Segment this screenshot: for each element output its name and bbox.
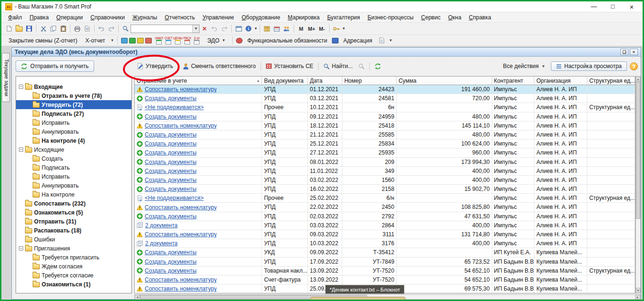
menu-item[interactable]: Операции [52, 13, 87, 22]
send-receive-button[interactable]: Отправить и получить [16, 60, 94, 72]
table-row[interactable]: <Не поддерживается>Прочее25.02.20226/нИм… [135, 194, 635, 203]
action-link[interactable]: 2 документа [145, 239, 178, 248]
tree-item[interactable]: Отправить (31) [16, 217, 131, 226]
trade-mini-icon[interactable]: СЧЕТ [164, 36, 173, 44]
open-file-icon[interactable] [14, 24, 24, 34]
table-row[interactable]: Создать документыУПД21.12.202125585480,0… [135, 130, 635, 139]
table-row[interactable]: Создать документыУПД03.12.202124581720,0… [135, 94, 635, 103]
clear-find-button[interactable] [356, 62, 367, 70]
action-link[interactable]: Создать документы [145, 112, 197, 121]
notepad-window-title[interactable]: *Денвик контакт.txt – Блокнот [325, 285, 404, 294]
tree-item[interactable]: Подписать (27) [16, 109, 131, 118]
action-link[interactable]: Сопоставить номенклатуру [145, 85, 217, 94]
combo-dropdown-icon[interactable]: ▼ [192, 25, 199, 33]
paste-icon[interactable] [58, 24, 68, 34]
table-row[interactable]: Создать документыУПД02.03.2022279247 631… [135, 212, 635, 221]
addressing-button[interactable]: Адресация [340, 36, 375, 45]
set-unit-button[interactable]: Установить СЕ [263, 62, 316, 70]
scroll-down-icon[interactable]: ▼ [636, 288, 640, 293]
copy-icon[interactable] [48, 24, 58, 34]
key-icon[interactable] [331, 24, 341, 34]
dropdown-arrow-icon[interactable]: ▼ [254, 26, 258, 31]
menu-item[interactable]: Оборудование [238, 13, 284, 22]
save-icon[interactable] [24, 24, 34, 34]
column-header[interactable]: Дата [308, 77, 342, 85]
menu-item[interactable]: Сервис [418, 13, 444, 22]
table-row[interactable]: Сопоставить номенклатуруУПД01.12.2021244… [135, 85, 635, 94]
tree-item[interactable]: Ознакомиться (1) [16, 280, 131, 289]
table-row[interactable]: Создать документыТоварная накл...13.09.2… [135, 267, 635, 275]
action-link[interactable]: Сопоставить номенклатуру [145, 203, 217, 212]
find-button[interactable]: Найти... [321, 62, 356, 70]
close-button[interactable]: × [628, 3, 635, 11]
menu-item[interactable]: Окна [444, 13, 465, 22]
users-icon[interactable] [282, 24, 292, 34]
scrollbar-thumb[interactable] [636, 82, 640, 219]
tree-item[interactable]: Исправить [16, 118, 131, 127]
table-row[interactable]: Создать документыУПД27.12.202125935960,0… [135, 148, 635, 157]
table-row[interactable]: Создать документыУПД11.01.2022349400,00И… [135, 167, 635, 176]
quick-search-combo[interactable]: ▼ [131, 25, 200, 33]
table-row[interactable]: Сопоставить номенклатуруУПД18.12.2021254… [135, 121, 635, 130]
tree-item[interactable]: Требуется пригласить [16, 253, 131, 262]
search-prev-icon[interactable] [209, 24, 219, 34]
collapse-icon[interactable]: − [19, 246, 23, 250]
action-link[interactable]: Создать документы [145, 248, 197, 257]
tree-item[interactable]: На контроле [16, 190, 131, 199]
column-header[interactable]: Номер [342, 77, 397, 85]
table-row[interactable]: Создать документыУКД09.09.2022Т-35412ИП … [135, 248, 635, 257]
tree-item[interactable]: Распаковать (18) [16, 226, 131, 235]
action-link[interactable]: Создать документы [145, 94, 197, 103]
dropdown-arrow-icon[interactable]: ▼ [389, 38, 392, 43]
all-actions-button[interactable]: Все действия ▼ [500, 62, 548, 70]
table-row[interactable]: Сопоставить номенклатуруУПД22.02.2022245… [135, 203, 635, 212]
table-row[interactable]: Создать документыУПД25.12.202125834100 6… [135, 139, 635, 148]
calendar-icon[interactable] [272, 24, 282, 34]
scales-icon[interactable] [137, 38, 144, 43]
menu-item[interactable]: Справка [465, 13, 495, 22]
tree-item[interactable]: Требуется согласие [16, 271, 131, 280]
minimize-button[interactable]: — [591, 3, 597, 11]
action-link[interactable]: Создать документы [145, 176, 197, 184]
table-row[interactable]: Сопоставить номенклатуруСчет-фактура13.0… [135, 275, 635, 284]
memory-button[interactable]: M [296, 24, 306, 34]
table-row[interactable]: Создать документыУПД17.09.2022УТ-784965 … [135, 258, 635, 267]
tree-item[interactable]: Подписать [16, 163, 131, 172]
table-row[interactable]: <Не поддерживается>Прочее10.12.20216нИмп… [135, 103, 635, 112]
customers-icon[interactable] [145, 38, 152, 43]
menu-item[interactable]: Файл [4, 13, 26, 22]
table-row[interactable]: Сопоставить номенклатуруУПД09.03.2022311… [135, 230, 635, 239]
menu-item[interactable]: Журналы [129, 13, 161, 22]
cut-icon[interactable] [38, 24, 48, 34]
open-window-icon[interactable] [234, 24, 244, 34]
edo-window-titlebar[interactable]: Текущие дела ЭДО (весь документооборот) … [12, 48, 641, 57]
tree-item[interactable]: Ждем согласия [16, 262, 131, 271]
column-header[interactable]: Структурная ед... [587, 77, 635, 85]
help-button[interactable]: ? [630, 62, 638, 70]
maximize-button[interactable]: □ [609, 3, 616, 11]
scroll-left-icon[interactable]: ◄ [135, 295, 140, 299]
tree-item[interactable]: Аннулировать [16, 181, 131, 190]
tree-item[interactable]: −Приглашения [16, 244, 131, 253]
action-link[interactable]: Создать документы [145, 167, 197, 175]
column-header[interactable]: Отражение в учете▲ [135, 77, 262, 85]
collapse-icon[interactable]: − [19, 147, 23, 152]
tree-item[interactable]: −Исходящие [16, 145, 131, 154]
trade-mini-icon[interactable]: НАКЛ [155, 36, 163, 44]
menu-item[interactable]: Управление [199, 13, 238, 22]
tree-item[interactable]: На контроле (4) [16, 136, 131, 145]
cash-register-icon[interactable] [129, 38, 136, 43]
menu-item[interactable]: Бухгалтерия [323, 13, 364, 22]
column-header[interactable]: Вид документа [262, 77, 308, 85]
tree-item[interactable]: Ознакомиться (5) [16, 208, 131, 217]
action-link[interactable]: 2 документа [145, 221, 178, 230]
print-preview-icon[interactable] [82, 24, 92, 34]
menu-item[interactable]: Правка [26, 13, 53, 22]
table-row[interactable]: Создать документыУПД08.01.2022209173 994… [135, 158, 635, 167]
action-link[interactable]: Создать документы [145, 139, 197, 148]
trade-mini-icon[interactable]: Z-от [192, 36, 201, 44]
action-link[interactable]: Сопоставить номенклатуру [145, 230, 217, 239]
memory-button[interactable]: M- [317, 24, 327, 34]
column-header[interactable]: Контрагент [492, 77, 535, 85]
action-link[interactable]: Создать документы [145, 267, 197, 275]
